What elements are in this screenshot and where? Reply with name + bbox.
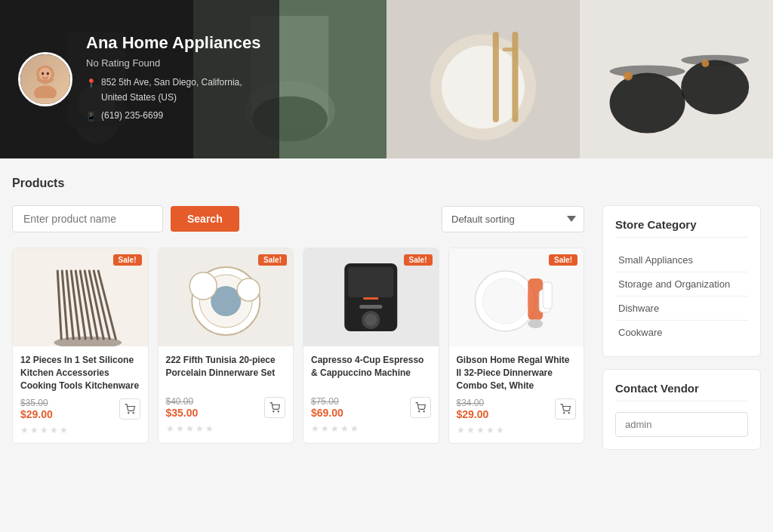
category-item[interactable]: Small Appliances [615,248,748,272]
svg-point-25 [42,72,44,75]
product-info: 222 Fifth Tunisia 20-piece Porcelain Din… [159,346,294,441]
star-3: ★ [40,425,48,435]
search-input[interactable] [12,205,163,232]
content-layout: Search Default sorting Sort by popularit… [12,205,761,462]
svg-point-62 [528,319,543,328]
star-rating: ★★★★★ [166,423,286,434]
svg-point-17 [681,60,749,115]
product-image: Sale! [13,248,148,346]
svg-point-60 [482,278,528,324]
star-3: ★ [476,425,485,435]
svg-point-57 [423,411,424,412]
product-info: Capresso 4-Cup Espresso & Cappuccino Mac… [303,346,439,441]
star-1: ★ [166,423,174,434]
vendor-name: Ana Home Appliances [86,33,261,53]
star-rating: ★★★★★ [20,425,140,435]
price-block: $34.00 $29.00 [457,398,489,420]
product-card: Sale! Capresso 4-Cup Espresso & Cappucci… [303,248,439,444]
price-block: $40.00 $35.00 [166,396,199,419]
banner-image-4 [580,0,773,158]
price-row: $75.00 $69.00 [311,396,431,419]
product-card: Sale! 222 Fifth Tunisia 20-piece Porcela… [158,248,294,444]
store-banner: Ana Home Appliances No Rating Found 📍 85… [0,0,773,158]
price-block: $75.00 $69.00 [311,396,343,419]
star-5: ★ [205,423,214,434]
star-4: ★ [196,423,204,434]
original-price: $40.00 [166,396,199,407]
product-title: 12 Pieces In 1 Set Silicone Kitchen Acce… [20,354,140,392]
search-button[interactable]: Search [171,206,239,232]
star-2: ★ [30,425,38,435]
svg-point-23 [34,85,57,98]
add-to-cart-button[interactable] [555,398,576,420]
contact-input[interactable] [615,412,748,437]
star-1: ★ [457,425,465,435]
contact-vendor-title: Contact Vendor [615,382,748,401]
original-price: $75.00 [311,396,343,407]
product-info: Gibson Home Regal White II 32-Piece Dinn… [449,346,584,443]
add-to-cart-button[interactable] [264,397,285,418]
svg-point-45 [189,272,217,300]
svg-point-19 [681,55,749,66]
star-1: ★ [311,423,319,434]
sale-price: $69.00 [311,407,343,419]
vendor-details: Ana Home Appliances No Rating Found 📍 85… [86,33,261,125]
products-section: Search Default sorting Sort by popularit… [12,205,584,444]
original-price: $34.00 [457,398,489,408]
product-title: Gibson Home Regal White II 32-Piece Dinn… [457,354,577,392]
price-row: $35.00 $29.00 [20,398,140,420]
add-to-cart-button[interactable] [410,397,431,418]
price-row: $40.00 $35.00 [166,396,286,419]
price-row: $34.00 $29.00 [457,398,577,420]
svg-point-18 [610,66,685,78]
svg-point-66 [568,413,569,414]
svg-point-48 [278,411,279,412]
category-list: Small AppliancesStorage and Organization… [615,248,748,344]
product-title: Capresso 4-Cup Espresso & Cappuccino Mac… [311,354,431,390]
star-5: ★ [496,425,504,435]
svg-point-21 [701,60,709,67]
main-container: Products Search Default sorting Sort by … [0,158,773,480]
sale-badge: Sale! [258,254,287,266]
price-block: $35.00 $29.00 [20,398,53,420]
svg-point-40 [133,413,134,414]
store-category-card: Store Category Small AppliancesStorage a… [602,205,761,357]
star-3: ★ [331,423,339,434]
star-5: ★ [350,423,359,434]
search-bar: Search Default sorting Sort by popularit… [12,205,584,232]
products-grid: Sale! 12 Pieces In 1 Set Silicone Kitche… [12,248,584,444]
star-2: ★ [321,423,329,434]
star-1: ★ [20,425,29,435]
sidebar: Store Category Small AppliancesStorage a… [602,205,761,462]
category-item[interactable]: Cookware [615,321,748,344]
phone-icon: 📱 [86,109,97,124]
svg-rect-12 [493,32,499,122]
sale-badge: Sale! [549,254,577,266]
add-to-cart-button[interactable] [119,398,140,420]
svg-point-26 [47,72,49,75]
svg-point-20 [624,72,633,81]
svg-rect-54 [359,305,382,309]
vendor-info-overlay: Ana Home Appliances No Rating Found 📍 85… [0,0,279,158]
product-title: 222 Fifth Tunisia 20-piece Porcelain Din… [166,354,286,390]
product-info: 12 Pieces In 1 Set Silicone Kitchen Acce… [13,346,148,443]
category-item[interactable]: Storage and Organization [615,272,748,297]
svg-point-46 [237,278,260,301]
location-icon: 📍 [86,76,97,91]
sort-select[interactable]: Default sorting Sort by popularity Sort … [442,206,584,232]
vendor-rating: No Rating Found [86,57,261,69]
star-2: ★ [176,423,184,434]
original-price: $35.00 [20,398,53,408]
star-rating: ★★★★★ [311,423,431,434]
star-3: ★ [186,423,194,434]
product-image: Sale! [159,248,294,346]
svg-rect-64 [543,282,552,309]
product-image: Sale! [449,248,584,346]
sale-badge: Sale! [113,254,142,266]
star-rating: ★★★★★ [457,425,577,435]
vendor-address-row: 📍 852 5th Ave, San Diego, California, Un… [86,75,261,106]
products-heading: Products [12,177,761,190]
vendor-address: 852 5th Ave, San Diego, California, Unit… [101,75,261,106]
vendor-phone: (619) 235-6699 [101,108,163,123]
category-item[interactable]: Dishware [615,297,748,321]
